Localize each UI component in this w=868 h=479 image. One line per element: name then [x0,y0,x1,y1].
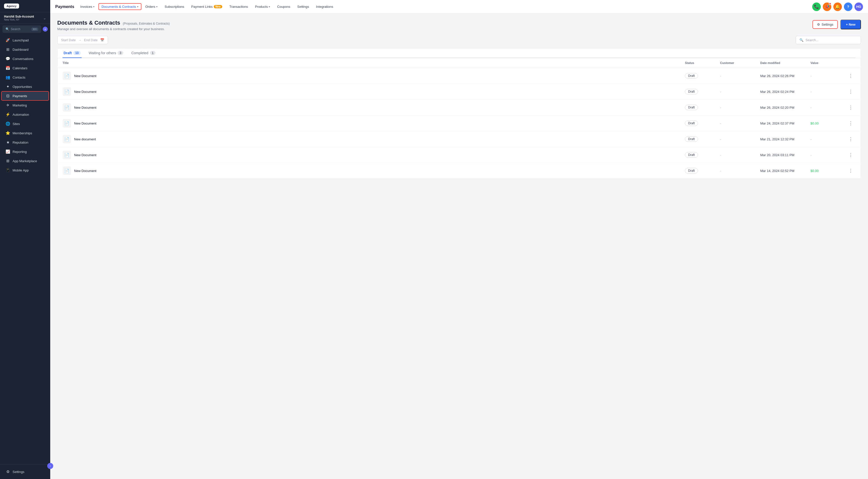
nav-invoices-label: Invoices [81,5,92,8]
nav-coupons[interactable]: Coupons [274,3,293,10]
doc-cell: 📄 New Document [63,151,685,159]
bell-icon-button[interactable]: 🔔 [833,2,842,11]
sidebar-item-settings[interactable]: ⚙ Settings [1,467,49,476]
status-cell: Draft [685,121,720,126]
sidebar-item-app-marketplace[interactable]: ⊞ App Marketplace [1,156,49,165]
settings-button[interactable]: ⚙ Settings [812,20,838,29]
sidebar-footer: ⚙ Settings [0,464,50,479]
sidebar-collapse-button[interactable]: ‹ [47,463,53,469]
tab-completed[interactable]: Completed 1 [130,49,156,58]
sidebar-item-label: Settings [12,470,24,474]
table-row[interactable]: 📄 New Document Draft - Mar 26, 2024 02:2… [58,68,861,84]
table-row[interactable]: 📄 New Document Draft - Mar 26, 2024 02:2… [58,100,861,116]
sidebar-item-calendars[interactable]: 📅 Calendars [1,64,49,72]
tab-completed-label: Completed [131,51,149,55]
table-row[interactable]: 📄 New Document Draft - Mar 24, 2024 02:3… [58,116,861,131]
nav-subscriptions-label: Subscriptions [164,5,184,8]
doc-cell: 📄 New Document [63,71,685,80]
date-cell: Mar 24, 2024 02:37 PM [760,122,810,125]
page-title-area: Documents & Contracts (Proposals, Estima… [57,20,170,31]
table-row[interactable]: 📄 New Document Draft - Mar 20, 2024 03:1… [58,147,861,163]
status-cell: Draft [685,136,720,142]
nav-integrations[interactable]: Integrations [313,3,336,10]
sidebar-item-contacts[interactable]: 👥 Contacts [1,73,49,82]
nav-settings[interactable]: Settings [294,3,312,10]
status-badge: Draft [685,105,698,110]
doc-cell: 📄 New Document [63,166,685,175]
nav-coupons-label: Coupons [277,5,290,8]
sidebar-item-launchpad[interactable]: 🚀 Launchpad [1,36,49,45]
sidebar-item-label: Contacts [12,75,25,79]
nav-products[interactable]: Products ▾ [252,3,273,10]
search-label: Search [11,27,30,31]
megaphone-icon-button[interactable]: 📣 [823,2,831,11]
table-row[interactable]: 📄 New Document Draft - Mar 26, 2024 02:2… [58,84,861,100]
nav-orders[interactable]: Orders ▾ [143,3,161,10]
sidebar-item-memberships[interactable]: ⭐ Memberships [1,129,49,137]
doc-icon: 📄 [63,71,71,80]
more-options-button[interactable]: ⋮ [846,136,856,142]
tabs-row: Draft 13 Waiting for others 3 Completed … [63,49,856,58]
status-cell: Draft [685,105,720,110]
sidebar-item-label: Sites [12,122,20,126]
nav-subscriptions[interactable]: Subscriptions [161,3,187,10]
table-row[interactable]: 📄 New Document Draft - Mar 14, 2024 02:5… [58,163,861,179]
phone-icon-button[interactable]: 📞 [812,2,821,11]
page-subtitle: Manage and oversee all documents & contr… [57,27,170,31]
customer-cell: - [720,169,760,173]
nav-transactions[interactable]: Transactions [226,3,251,10]
date-filter[interactable]: Start Date → End Date 📅 [57,36,108,44]
search-filter[interactable]: 🔍 Search... [796,36,861,44]
tab-waiting[interactable]: Waiting for others 3 [88,49,124,58]
help-icon-button[interactable]: ? [844,2,852,11]
add-button[interactable]: + [43,27,48,32]
gear-icon: ⚙ [817,23,820,26]
sidebar-search[interactable]: 🔍 Search ⌘K [2,25,41,33]
nav-transactions-label: Transactions [229,5,248,8]
sidebar-item-marketing[interactable]: ✈ Marketing [1,101,49,110]
sidebar-item-opportunities[interactable]: ✦ Opportunities [1,82,49,91]
tab-draft-label: Draft [64,51,72,55]
sidebar-item-reporting[interactable]: 📈 Reporting [1,147,49,156]
more-options-button[interactable]: ⋮ [846,104,856,111]
tab-draft[interactable]: Draft 13 [63,49,82,58]
page-header: Documents & Contracts (Proposals, Estima… [57,20,861,31]
new-button[interactable]: + New [840,20,861,29]
end-date-label: End Date [84,38,98,42]
account-switcher[interactable]: Harshit Sub-Account New York, NY ⌄ [0,12,50,24]
nav-payment-links[interactable]: Payment Links New [188,3,225,10]
sidebar-item-conversations[interactable]: 💬 Conversations [1,54,49,63]
top-navigation: Payments Invoices ▾ Documents & Contract… [50,0,868,13]
search-icon: 🔍 [800,38,803,42]
more-options-button[interactable]: ⋮ [846,152,856,158]
nav-products-label: Products [255,5,268,8]
sidebar-item-mobile-app[interactable]: 📱 Mobile App [1,166,49,175]
col-value: Value [810,61,846,65]
sidebar-item-reputation[interactable]: ★ Reputation [1,138,49,147]
sidebar-item-label: Mobile App [12,168,29,172]
status-badge: Draft [685,121,698,126]
sidebar-item-dashboard[interactable]: ⊞ Dashboard [1,45,49,54]
status-cell: Draft [685,168,720,173]
nav-payment-links-label: Payment Links [191,5,213,8]
sidebar-item-automation[interactable]: ⚡ Automation [1,110,49,119]
user-avatar[interactable]: HG [855,2,863,11]
sidebar-item-label: Launchpad [12,38,29,42]
documents-table-container: Draft 13 Waiting for others 3 Completed … [57,48,861,179]
agency-logo[interactable]: Agency [4,3,19,8]
more-options-button[interactable]: ⋮ [846,88,856,95]
more-options-button[interactable]: ⋮ [846,72,856,79]
col-customer: Customer [720,61,760,65]
sidebar-item-payments[interactable]: ⊡ Payments [1,91,49,100]
app-marketplace-icon: ⊞ [5,159,10,163]
table-header: Title Status Customer Date modified Valu… [58,58,861,68]
nav-documents-contracts[interactable]: Documents & Contracts ▾ [98,3,141,10]
more-options-button[interactable]: ⋮ [846,120,856,127]
sidebar-item-sites[interactable]: 🌐 Sites [1,119,49,128]
table-row[interactable]: 📄 New document Draft - Mar 21, 2024 12:3… [58,131,861,147]
more-options-button[interactable]: ⋮ [846,167,856,174]
nav-invoices[interactable]: Invoices ▾ [78,3,98,10]
customer-cell: - [720,74,760,78]
main-content: Payments Invoices ▾ Documents & Contract… [50,0,868,479]
search-icon: 🔍 [5,27,9,31]
